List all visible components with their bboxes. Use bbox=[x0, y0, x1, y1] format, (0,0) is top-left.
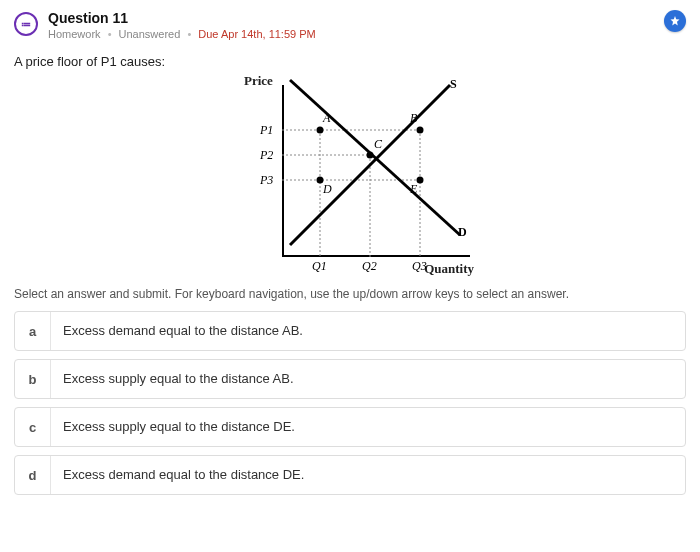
answer-instructions: Select an answer and submit. For keyboar… bbox=[14, 287, 686, 301]
tick-p3: P3 bbox=[260, 173, 273, 188]
supply-demand-diagram: Price Quantity bbox=[220, 75, 480, 275]
bookmark-icon bbox=[669, 15, 681, 27]
option-text: Excess supply equal to the distance DE. bbox=[51, 408, 685, 446]
tick-q3: Q3 bbox=[412, 259, 427, 274]
option-text: Excess demand equal to the distance DE. bbox=[51, 456, 685, 494]
answer-options: a Excess demand equal to the distance AB… bbox=[14, 311, 686, 495]
curve-d: D bbox=[458, 225, 467, 240]
option-b[interactable]: b Excess supply equal to the distance AB… bbox=[14, 359, 686, 399]
option-key: c bbox=[15, 408, 51, 446]
svg-point-8 bbox=[317, 127, 324, 134]
option-text: Excess demand equal to the distance AB. bbox=[51, 312, 685, 350]
option-text: Excess supply equal to the distance AB. bbox=[51, 360, 685, 398]
bookmark-button[interactable] bbox=[664, 10, 686, 32]
question-meta: Homework • Unanswered • Due Apr 14th, 11… bbox=[48, 28, 316, 40]
pt-d: D bbox=[323, 182, 332, 197]
meta-status: Unanswered bbox=[119, 28, 181, 40]
question-prompt: A price floor of P1 causes: bbox=[14, 54, 686, 69]
tick-p1: P1 bbox=[260, 123, 273, 138]
pt-b: B bbox=[410, 111, 417, 126]
tick-q2: Q2 bbox=[362, 259, 377, 274]
pt-c: C bbox=[374, 137, 382, 152]
option-key: b bbox=[15, 360, 51, 398]
meta-homework: Homework bbox=[48, 28, 101, 40]
option-key: d bbox=[15, 456, 51, 494]
question-list-icon: ≔ bbox=[14, 12, 38, 36]
meta-due: Due Apr 14th, 11:59 PM bbox=[198, 28, 315, 40]
curve-s: S bbox=[450, 77, 457, 92]
svg-point-12 bbox=[417, 177, 424, 184]
svg-point-10 bbox=[367, 152, 374, 159]
tick-p2: P2 bbox=[260, 148, 273, 163]
option-key: a bbox=[15, 312, 51, 350]
tick-q1: Q1 bbox=[312, 259, 327, 274]
chart-svg bbox=[220, 75, 480, 275]
option-c[interactable]: c Excess supply equal to the distance DE… bbox=[14, 407, 686, 447]
pt-a: A bbox=[323, 111, 330, 126]
question-number: Question 11 bbox=[48, 10, 316, 26]
svg-line-7 bbox=[290, 80, 460, 235]
option-d[interactable]: d Excess demand equal to the distance DE… bbox=[14, 455, 686, 495]
svg-point-9 bbox=[417, 127, 424, 134]
pt-e: E bbox=[410, 182, 417, 197]
option-a[interactable]: a Excess demand equal to the distance AB… bbox=[14, 311, 686, 351]
